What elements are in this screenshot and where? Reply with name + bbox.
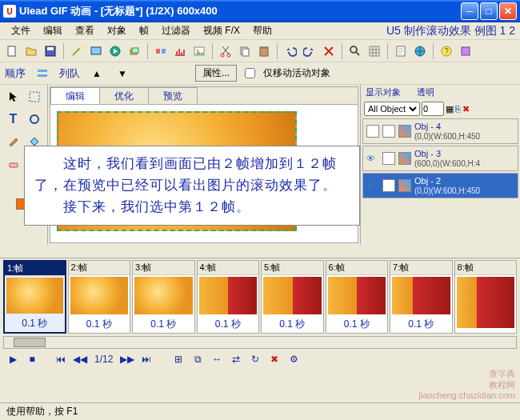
chart-icon[interactable]: [171, 42, 189, 60]
object-name: Obj - 2: [414, 176, 441, 186]
redo-icon[interactable]: [301, 42, 318, 60]
last-frame-button[interactable]: ⏭: [138, 351, 154, 367]
info-icon[interactable]: [457, 42, 474, 60]
object-filter-select[interactable]: All Object:: [364, 102, 420, 116]
new-icon[interactable]: [3, 42, 21, 60]
timeline-frame[interactable]: 3:帧0.1 秒: [132, 260, 195, 334]
layers-icon[interactable]: [126, 42, 143, 60]
dup-frame-icon[interactable]: ⧉: [190, 351, 206, 367]
copy-icon[interactable]: [236, 42, 254, 60]
properties-button[interactable]: 属性...: [195, 65, 237, 82]
timeline-frame[interactable]: 4:帧0.1 秒: [197, 260, 260, 334]
tween-frame-icon[interactable]: ↔: [209, 351, 225, 367]
menu-filter[interactable]: 过滤器: [155, 22, 197, 39]
transparent-label: 透明: [417, 86, 434, 98]
object-row[interactable]: 👁 Obj - 2(0,0)(W:600,H:450: [362, 173, 518, 198]
timeline-frame[interactable]: 7:帧0.1 秒: [390, 260, 453, 334]
frame-strip: 1:帧0.1 秒2:帧0.1 秒3:帧0.1 秒4:帧0.1 秒5:帧0.1 秒…: [0, 258, 520, 336]
queue-up-icon[interactable]: ▲: [88, 65, 106, 82]
select-tool-icon[interactable]: [26, 88, 43, 106]
titlebar: U Ulead GIF 动画 - [无标题*] (1/2X) 600x400 ─…: [0, 0, 520, 22]
pointer-tool-icon[interactable]: [5, 88, 22, 106]
timeline-frame[interactable]: 8:帧: [454, 260, 518, 334]
scrollbar-thumb[interactable]: [14, 338, 46, 347]
menu-view[interactable]: 查看: [69, 22, 101, 39]
timeline-frame[interactable]: 5:帧0.1 秒: [261, 260, 324, 334]
menu-object[interactable]: 对象: [101, 22, 133, 39]
tab-preview[interactable]: 预览: [148, 87, 198, 104]
open-icon[interactable]: [22, 42, 40, 60]
paint-tool-icon[interactable]: [5, 133, 22, 150]
frame-props-icon[interactable]: ⚙: [286, 351, 302, 367]
object-row[interactable]: 👁 Obj - 3(600,0)(W:600,H:4: [362, 146, 518, 171]
play-button[interactable]: ▶: [5, 351, 21, 367]
eye-icon[interactable]: 👁: [366, 181, 379, 190]
frame-label: 7:帧: [390, 261, 452, 275]
order-option-icon[interactable]: [34, 65, 51, 82]
delete-icon[interactable]: [320, 42, 338, 60]
frame-duration: 0.1 秒: [69, 316, 130, 333]
lock-icon[interactable]: [382, 179, 395, 192]
reverse-icon[interactable]: ⇄: [228, 351, 244, 367]
panel-copy-icon[interactable]: ⎘: [455, 104, 461, 114]
shape-tool-icon[interactable]: [26, 110, 43, 128]
menu-help[interactable]: 帮助: [246, 22, 278, 39]
panel-tool-icon[interactable]: ▦: [446, 104, 454, 114]
text-tool-icon[interactable]: T: [5, 110, 22, 128]
queue-label: 列队: [59, 66, 80, 81]
save-icon[interactable]: [42, 42, 59, 60]
header-caption: U5 制作滚动效果 例图 1 2: [386, 24, 515, 38]
lock-icon[interactable]: [382, 125, 395, 138]
prev-frame-button[interactable]: ◀◀: [72, 351, 88, 367]
grid-icon[interactable]: [366, 42, 383, 60]
stop-button[interactable]: ■: [24, 351, 40, 367]
menu-file[interactable]: 文件: [5, 22, 37, 39]
minimize-button[interactable]: ─: [461, 2, 478, 20]
globe-icon[interactable]: [411, 42, 429, 60]
frame-label: 3:帧: [133, 261, 194, 275]
timeline-frame[interactable]: 6:帧0.1 秒: [326, 260, 389, 334]
loop-icon[interactable]: ↻: [247, 351, 263, 367]
zoom-icon[interactable]: [346, 42, 364, 60]
maximize-button[interactable]: □: [480, 2, 498, 20]
preview-icon[interactable]: [87, 42, 105, 60]
visibility-icon[interactable]: [366, 125, 379, 138]
wizard-icon[interactable]: [68, 42, 86, 60]
tab-optimize[interactable]: 优化: [99, 87, 149, 104]
undo-icon[interactable]: [282, 42, 299, 60]
menu-edit[interactable]: 编辑: [37, 22, 69, 39]
cut-icon[interactable]: [217, 42, 234, 60]
menu-videofx[interactable]: 视频 F/X: [197, 22, 246, 39]
timeline-frame[interactable]: 1:帧0.1 秒: [3, 260, 66, 334]
move-active-checkbox[interactable]: [245, 68, 255, 78]
close-button[interactable]: ✕: [499, 2, 517, 20]
svg-point-3: [79, 46, 82, 49]
paste-icon[interactable]: [255, 42, 273, 60]
svg-text:?: ?: [444, 47, 449, 56]
svg-rect-24: [38, 70, 47, 72]
play-icon[interactable]: [106, 42, 124, 60]
object-row[interactable]: Obj - 4(0,0)(W:600,H:450: [362, 118, 518, 144]
eye-icon[interactable]: 👁: [366, 154, 379, 163]
help-icon[interactable]: ?: [438, 42, 455, 60]
timeline-scrollbar[interactable]: [3, 336, 517, 349]
doc-icon[interactable]: [392, 42, 410, 60]
next-frame-button[interactable]: ▶▶: [119, 351, 135, 367]
add-frame-icon[interactable]: ⊞: [170, 351, 186, 367]
queue-down-icon[interactable]: ▼: [114, 65, 131, 82]
timeline-frame[interactable]: 2:帧0.1 秒: [68, 260, 131, 334]
tween-icon[interactable]: [152, 42, 170, 60]
frame-duration: [455, 330, 517, 333]
lock-icon[interactable]: [382, 152, 395, 165]
panel-del-icon[interactable]: ✖: [462, 104, 470, 114]
first-frame-button[interactable]: ⏮: [53, 351, 69, 367]
tab-edit[interactable]: 编辑: [50, 87, 100, 104]
annotation-line1: 这时，我们看到画面已由２帧增加到１２帧了，在预览中已经可以看出图片的滚动效果了。: [34, 153, 350, 196]
erase-tool-icon[interactable]: [5, 155, 22, 173]
transparent-input[interactable]: [422, 102, 444, 116]
window-buttons: ─ □ ✕: [461, 2, 517, 20]
svg-point-18: [350, 46, 357, 53]
remove-frame-icon[interactable]: ✖: [266, 351, 282, 367]
menu-frame[interactable]: 帧: [133, 22, 155, 39]
image-icon[interactable]: [190, 42, 208, 60]
